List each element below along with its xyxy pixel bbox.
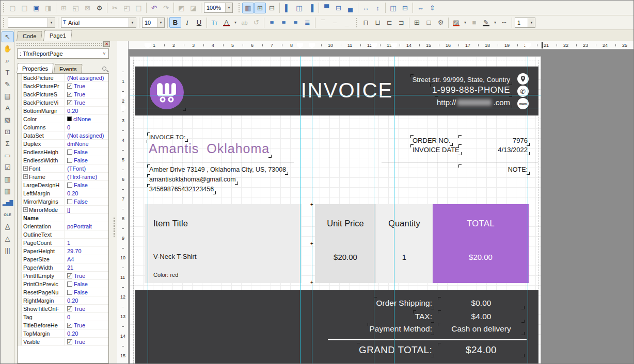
- vertical-guide-line[interactable]: [528, 56, 528, 363]
- prop-row-PrintOnPrevic[interactable]: PrintOnPrevicFalse: [18, 280, 108, 288]
- underline-button[interactable]: U: [193, 17, 205, 28]
- checkbox-icon[interactable]: ✓: [67, 323, 72, 328]
- prop-value[interactable]: A4: [65, 256, 108, 262]
- prop-row-PrintIfEmpty[interactable]: PrintIfEmpty✓True: [18, 272, 108, 280]
- prop-row-ResetPageNu[interactable]: ResetPageNuFalse: [18, 288, 108, 296]
- rotate-text-button[interactable]: ↺: [250, 17, 262, 28]
- prop-row-Duplex[interactable]: DuplexdmNone: [18, 140, 108, 148]
- font-settings-button[interactable]: Tт: [209, 17, 220, 28]
- prop-row-OutlineText[interactable]: OutlineText: [18, 230, 108, 239]
- italic-button[interactable]: I: [181, 17, 193, 28]
- chevron-down-icon[interactable]: ▾: [157, 18, 164, 27]
- frame-left-button[interactable]: ⊏: [384, 17, 395, 28]
- group-button[interactable]: ◩: [176, 3, 187, 13]
- prop-value[interactable]: poPortrait: [65, 223, 108, 229]
- center-horizontally-button[interactable]: ◫: [387, 3, 399, 13]
- font-color-caret[interactable]: ▾: [232, 17, 239, 28]
- ole-object[interactable]: OLE: [2, 209, 14, 220]
- subreport-object[interactable]: ⊡: [2, 126, 14, 137]
- company-logo[interactable]: [150, 75, 184, 109]
- inspector-grip[interactable]: [16, 42, 103, 47]
- valign-middle-button[interactable]: –: [329, 17, 341, 28]
- toolbar-grip[interactable]: [3, 18, 5, 28]
- checkbox-icon[interactable]: [67, 150, 72, 155]
- prop-row-LargeDesignH[interactable]: LargeDesignHFalse: [18, 181, 108, 189]
- text-align-center-button[interactable]: ≡: [278, 17, 290, 28]
- copy-page-button[interactable]: ◱: [70, 3, 82, 13]
- prop-value[interactable]: False: [65, 157, 108, 163]
- prop-value[interactable]: []: [65, 207, 108, 213]
- prop-value[interactable]: (Not assigned): [65, 75, 108, 81]
- prop-value[interactable]: ✓True: [65, 83, 108, 89]
- checkbox-icon[interactable]: ✓: [67, 100, 72, 105]
- table-column-quantity[interactable]: Quantity 1: [376, 204, 433, 283]
- tab-page1[interactable]: Page1: [43, 30, 72, 41]
- align-right-edges-button[interactable]: ▐: [305, 3, 317, 13]
- prop-row-TopMargin[interactable]: TopMargin0.20: [18, 329, 108, 338]
- prop-value[interactable]: ✓True: [65, 322, 108, 328]
- horizontal-guide-line[interactable]: [130, 95, 541, 95]
- page-footer-band[interactable]: Order Shipping: $0.00 TAX: $4.00 Payment…: [135, 290, 538, 363]
- vertical-guide-line[interactable]: [374, 56, 374, 363]
- font-size-select[interactable]: 10▾: [142, 18, 165, 28]
- search-icon[interactable]: [102, 66, 109, 73]
- column-header[interactable]: Quantity: [376, 219, 433, 228]
- delete-page-button[interactable]: ⊠: [82, 3, 93, 13]
- page-settings-button[interactable]: ⚙: [93, 3, 105, 13]
- prop-row-Frame[interactable]: +Frame(TfrxFrame): [18, 173, 108, 181]
- align-left-edges-button[interactable]: ▌: [281, 3, 293, 13]
- prop-value[interactable]: 0.20: [65, 190, 108, 196]
- total-cell[interactable]: $20.00: [433, 253, 529, 261]
- report-page[interactable]: INVOICE Street str. 99/999, State, Count…: [130, 56, 541, 363]
- frame-none-button[interactable]: □: [423, 17, 435, 28]
- item-variant-cell[interactable]: Color: red: [153, 272, 178, 278]
- grand-total-label[interactable]: GRAND TOTAL:: [359, 344, 432, 356]
- chevron-down-icon[interactable]: ˅: [100, 51, 108, 56]
- chevron-down-icon[interactable]: ▾: [528, 18, 535, 27]
- prop-value[interactable]: ✓True: [65, 91, 108, 97]
- checkbox-icon[interactable]: ✓: [67, 92, 72, 97]
- prop-row-RightMargin[interactable]: RightMargin0.20: [18, 296, 108, 305]
- prop-value[interactable]: ✓True: [65, 339, 108, 345]
- shipping-label[interactable]: Order Shipping:: [376, 299, 432, 308]
- company-address-text[interactable]: Street str. 99/999, State, Country: [413, 76, 510, 84]
- delete-guides-icon[interactable]: ✕: [103, 41, 110, 47]
- checkbox-icon[interactable]: [67, 183, 72, 188]
- prop-row-EndlessWidth[interactable]: EndlessWidthFalse: [18, 156, 108, 164]
- column-header[interactable]: Unit Price: [315, 219, 376, 228]
- align-v-centers-button[interactable]: ⊟: [332, 3, 344, 13]
- text-edit-tool[interactable]: T: [2, 67, 14, 78]
- prop-row-PaperWidth[interactable]: PaperWidth21: [18, 263, 108, 272]
- paste-button[interactable]: ▤: [133, 3, 145, 13]
- guide-marker[interactable]: [145, 43, 151, 48]
- customer-name-text[interactable]: Amantis Oklahoma: [149, 141, 270, 156]
- prop-row-BackPicturePr[interactable]: BackPicturePr✓True: [18, 82, 108, 90]
- tax-value[interactable]: $4.00: [440, 312, 522, 321]
- text-align-left-button[interactable]: ≡: [266, 17, 278, 28]
- order-no-label[interactable]: ORDER NO.: [413, 137, 451, 144]
- tab-properties[interactable]: Properties: [17, 63, 54, 73]
- sum-object[interactable]: Σ: [2, 138, 14, 149]
- cut-button[interactable]: ✂: [109, 3, 121, 13]
- prop-row-MirrorMargins[interactable]: MirrorMarginsFalse: [18, 197, 108, 206]
- style-select[interactable]: ▾: [8, 18, 55, 28]
- item-title-cell[interactable]: V-Neck T-Shirt: [145, 253, 302, 260]
- same-width-button[interactable]: ⇔: [415, 3, 426, 13]
- frame-top-button[interactable]: ⊓: [360, 17, 372, 28]
- select-tool[interactable]: ↖: [2, 31, 14, 42]
- vertical-guide-line[interactable]: [300, 56, 300, 363]
- no-fill-button[interactable]: ■: [468, 17, 480, 28]
- unit-price-cell[interactable]: $20.00: [315, 253, 376, 261]
- chevron-down-icon[interactable]: ▾: [47, 18, 55, 27]
- prop-row-ShowTitleOnF[interactable]: ShowTitleOnF✓True: [18, 305, 108, 313]
- line-width-select[interactable]: 1▾: [515, 18, 535, 28]
- payment-method-label[interactable]: Payment Method:: [370, 324, 432, 334]
- prop-value[interactable]: False: [65, 149, 108, 155]
- valign-top-button[interactable]: ¯: [317, 17, 329, 28]
- text-align-right-button[interactable]: ≡: [290, 17, 302, 28]
- shape-object[interactable]: △: [2, 233, 14, 244]
- checkbox-icon[interactable]: [67, 158, 72, 163]
- preview-button[interactable]: ◨: [42, 3, 54, 13]
- redo-button[interactable]: ↷: [160, 3, 172, 13]
- bill-to-divider-line[interactable]: [136, 162, 294, 162]
